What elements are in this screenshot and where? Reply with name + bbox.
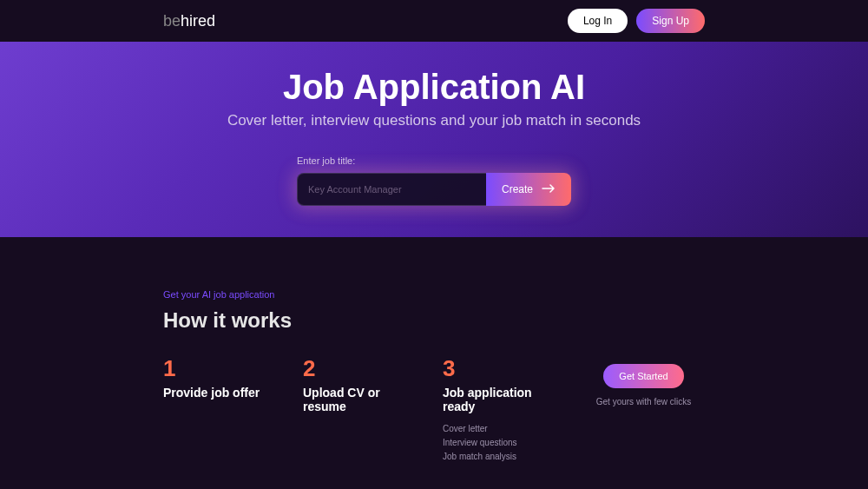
list-item: Interview questions bbox=[443, 436, 565, 450]
header-buttons: Log In Sign Up bbox=[568, 9, 705, 33]
job-input-section: Enter job title: Create bbox=[297, 155, 571, 206]
how-it-works-section: Get your AI job application How it works… bbox=[0, 237, 868, 464]
step-1: 1 Provide job offer bbox=[163, 355, 286, 464]
step-title: Upload CV or resume bbox=[303, 386, 425, 413]
logo-prefix: be bbox=[163, 12, 181, 30]
step-3: 3 Job application ready Cover letter Int… bbox=[443, 355, 565, 464]
job-input-label: Enter job title: bbox=[297, 155, 355, 166]
steps-row: 1 Provide job offer 2 Upload CV or resum… bbox=[163, 355, 705, 464]
list-item: Cover letter bbox=[443, 422, 565, 436]
create-button-label: Create bbox=[502, 183, 533, 195]
logo[interactable]: behired bbox=[163, 12, 215, 30]
job-title-input[interactable] bbox=[297, 173, 486, 206]
step-number: 2 bbox=[303, 355, 425, 382]
hero-title: Job Application AI bbox=[0, 68, 868, 107]
cta-subtext: Get yours with few clicks bbox=[596, 397, 691, 406]
step-number: 1 bbox=[163, 355, 286, 382]
how-title: How it works bbox=[163, 308, 705, 333]
login-button[interactable]: Log In bbox=[568, 9, 628, 33]
step-number: 3 bbox=[443, 355, 565, 382]
logo-suffix: hired bbox=[181, 12, 215, 30]
get-started-button[interactable]: Get Started bbox=[603, 364, 683, 388]
hero-section: Job Application AI Cover letter, intervi… bbox=[0, 42, 868, 237]
job-input-row: Create bbox=[297, 173, 571, 206]
cta-column: Get Started Get yours with few clicks bbox=[582, 355, 705, 464]
hero-subtitle: Cover letter, interview questions and yo… bbox=[0, 112, 868, 129]
how-eyebrow: Get your AI job application bbox=[163, 289, 705, 300]
features-section: Our web application Features bbox=[0, 464, 868, 489]
step-title: Job application ready bbox=[443, 386, 565, 413]
list-item: Job match analysis bbox=[443, 450, 565, 464]
signup-button[interactable]: Sign Up bbox=[636, 9, 705, 33]
step-items: Cover letter Interview questions Job mat… bbox=[443, 422, 565, 464]
step-title: Provide job offer bbox=[163, 386, 286, 400]
header: behired Log In Sign Up bbox=[0, 0, 868, 42]
step-2: 2 Upload CV or resume bbox=[303, 355, 425, 464]
arrow-right-icon bbox=[542, 183, 556, 195]
create-button[interactable]: Create bbox=[486, 173, 571, 206]
